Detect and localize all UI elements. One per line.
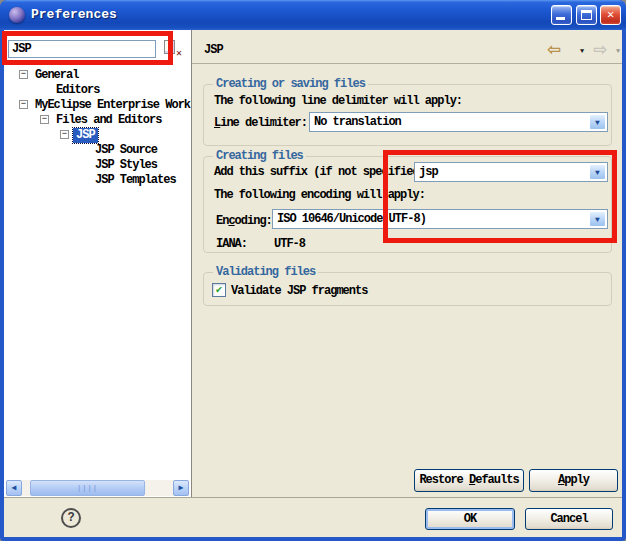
back-history-caret-icon[interactable]: ▼ bbox=[580, 47, 584, 55]
tree-item-editors[interactable]: Editors bbox=[4, 83, 191, 98]
group-title: Validating files bbox=[213, 265, 318, 279]
app-icon bbox=[9, 7, 25, 23]
tree-item-label: JSP Templates bbox=[95, 173, 176, 188]
encoding-combo[interactable]: ISO 10646/Unicode(UTF-8) ▼ bbox=[272, 209, 608, 229]
maximize-icon bbox=[581, 10, 592, 20]
combo-value: jsp bbox=[419, 165, 438, 179]
line-delimiter-label: Line delimiter: bbox=[214, 116, 307, 130]
checkmark-icon: ✔ bbox=[216, 284, 223, 296]
validate-jsp-fragments-label: Validate JSP fragments bbox=[231, 284, 367, 298]
group-creating-files: Creating files Add this suffix (if not s… bbox=[203, 156, 612, 253]
page-title: JSP bbox=[204, 43, 223, 57]
collapse-icon[interactable]: − bbox=[19, 70, 28, 79]
tree-item-myeclipse-enterprise-workbench[interactable]: − MyEclipse Enterprise Work bbox=[4, 98, 191, 113]
group-creating-or-saving-files: Creating or saving files The following l… bbox=[203, 84, 612, 146]
tree-item-label-selected: JSP bbox=[73, 128, 98, 143]
combo-dropdown-icon[interactable]: ▼ bbox=[589, 164, 606, 180]
header-divider bbox=[192, 63, 622, 64]
tree-item-label: Files and Editors bbox=[56, 113, 161, 128]
suffix-combo[interactable]: jsp ▼ bbox=[414, 162, 608, 182]
tree-item-label: General bbox=[35, 68, 78, 83]
iana-label: IANA: bbox=[216, 237, 247, 251]
tree-horizontal-scrollbar[interactable]: ◀ |||| ▶ bbox=[6, 480, 189, 496]
tree-item-jsp-source[interactable]: JSP Source bbox=[4, 143, 191, 158]
suffix-label: Add this suffix (if not specified): bbox=[214, 165, 431, 179]
collapse-icon[interactable]: − bbox=[40, 115, 49, 124]
back-icon[interactable]: ⇦ bbox=[547, 39, 561, 59]
forward-history-caret-icon: ▼ bbox=[616, 47, 620, 55]
minimize-icon bbox=[556, 17, 565, 20]
apply-button[interactable]: Apply bbox=[529, 469, 618, 492]
encoding-description: The following encoding will apply: bbox=[214, 188, 425, 202]
tree-item-label: Editors bbox=[56, 83, 99, 98]
group-validating-files: Validating files ✔ Validate JSP fragment… bbox=[203, 272, 612, 306]
combo-value: ISO 10646/Unicode(UTF-8) bbox=[277, 212, 426, 226]
tree-item-jsp[interactable]: − JSP bbox=[4, 128, 191, 143]
line-delimiter-description: The following line delimiter will apply: bbox=[214, 94, 462, 108]
combo-dropdown-icon[interactable]: ▼ bbox=[589, 211, 606, 227]
filter-input[interactable] bbox=[8, 40, 156, 58]
validate-jsp-fragments-checkbox[interactable]: ✔ bbox=[212, 283, 226, 297]
maximize-button[interactable] bbox=[576, 5, 597, 25]
preferences-window: Preferences ✕ ✕ − General Editors − MyEc… bbox=[0, 0, 626, 541]
scroll-right-icon[interactable]: ▶ bbox=[173, 480, 189, 496]
clear-filter-icon[interactable]: ✕ bbox=[163, 40, 180, 57]
restore-defaults-button[interactable]: Restore Defaults bbox=[414, 469, 524, 492]
preferences-tree-panel: ✕ − General Editors − MyEclipse Enterpri… bbox=[4, 30, 192, 497]
line-delimiter-combo[interactable]: No translation ▼ bbox=[309, 112, 608, 132]
collapse-icon[interactable]: − bbox=[60, 130, 69, 139]
group-title: Creating files bbox=[213, 149, 306, 163]
iana-value: UTF-8 bbox=[274, 237, 305, 251]
window-title: Preferences bbox=[31, 7, 117, 22]
help-icon[interactable]: ? bbox=[61, 508, 81, 528]
forward-icon: ⇨ bbox=[593, 39, 607, 59]
combo-dropdown-icon[interactable]: ▼ bbox=[589, 114, 606, 130]
close-button[interactable]: ✕ bbox=[600, 5, 621, 25]
close-icon: ✕ bbox=[601, 7, 620, 22]
tree-item-jsp-templates[interactable]: JSP Templates bbox=[4, 173, 191, 188]
tree-item-general[interactable]: − General bbox=[4, 68, 191, 83]
minimize-button[interactable] bbox=[551, 5, 572, 25]
tree-item-files-and-editors[interactable]: − Files and Editors bbox=[4, 113, 191, 128]
scrollbar-thumb[interactable]: |||| bbox=[30, 480, 145, 496]
tree-item-label: JSP Styles bbox=[95, 158, 157, 173]
ok-button[interactable]: OK bbox=[425, 508, 515, 530]
tree-item-label: JSP Source bbox=[95, 143, 157, 158]
encoding-label: Encoding: bbox=[216, 214, 272, 228]
tree-item-label: MyEclipse Enterprise Work bbox=[35, 98, 190, 113]
cancel-button[interactable]: Cancel bbox=[525, 508, 613, 530]
collapse-icon[interactable]: − bbox=[19, 100, 28, 109]
combo-value: No translation bbox=[314, 115, 401, 129]
titlebar[interactable]: Preferences ✕ bbox=[0, 0, 626, 30]
scroll-left-icon[interactable]: ◀ bbox=[6, 480, 22, 496]
tree-item-jsp-styles[interactable]: JSP Styles bbox=[4, 158, 191, 173]
group-title: Creating or saving files bbox=[213, 77, 368, 91]
